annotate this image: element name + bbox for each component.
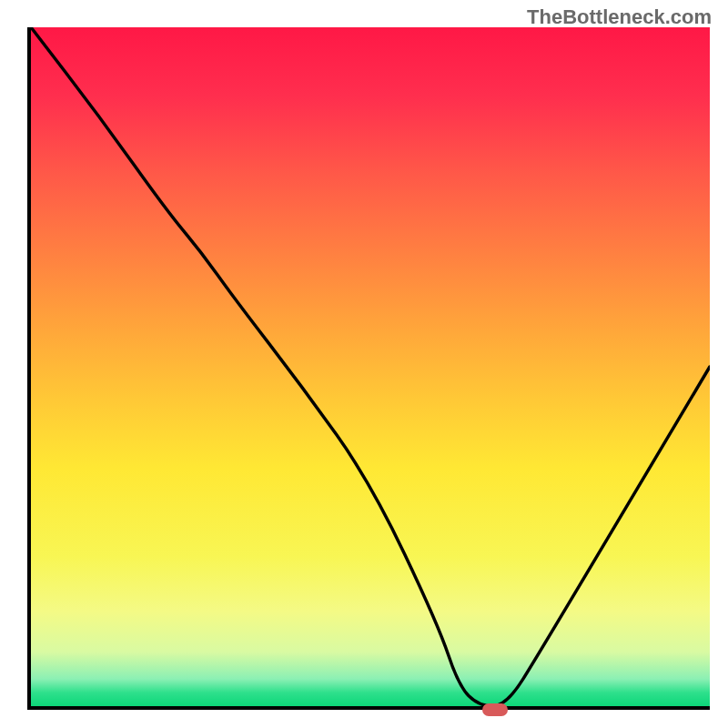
plot-area [27, 27, 710, 710]
chart-container: TheBottleneck.com [0, 0, 728, 728]
optimum-marker [482, 703, 508, 716]
watermark-text: TheBottleneck.com [527, 5, 712, 29]
bottleneck-curve [31, 27, 710, 706]
